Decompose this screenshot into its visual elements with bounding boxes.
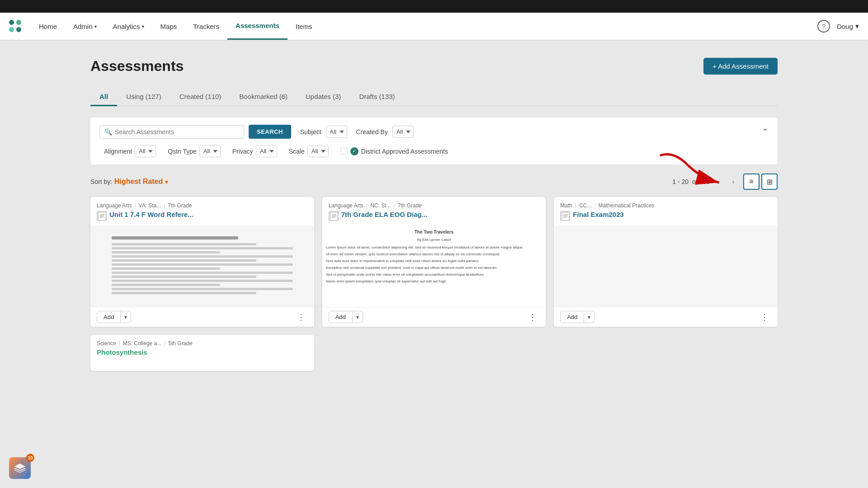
list-view-button[interactable]: ≡ <box>743 174 760 190</box>
subject-label: Subject <box>300 128 321 136</box>
tab-drafts[interactable]: Drafts (133) <box>350 88 404 106</box>
svg-rect-1 <box>99 212 106 221</box>
card-actions: Add ▾ ⋮ <box>90 307 314 327</box>
nav-trackers[interactable]: Trackers <box>185 13 227 40</box>
tab-updates[interactable]: Updates (3) <box>297 88 350 106</box>
card-tag: VA: Sta... <box>139 202 161 209</box>
qstn-type-select[interactable]: All <box>199 145 221 157</box>
cards-grid: Language Arts | VA: Sta... | 7th Grade <box>90 197 778 327</box>
assessment-card: Language Arts | NC: St... | 7th Grade <box>322 197 546 327</box>
pagination-range: 1 - 20 <box>672 178 689 185</box>
nav-maps[interactable]: Maps <box>152 13 185 40</box>
add-dropdown-button[interactable]: ▾ <box>121 312 131 323</box>
card-title[interactable]: 7th Grade ELA EOG Diag... <box>341 211 427 218</box>
user-chevron-icon: ▾ <box>855 22 859 30</box>
card-actions: Add ▾ ⋮ <box>554 307 778 327</box>
card-doc-icon <box>97 211 107 221</box>
view-toggle: ≡ ⊞ <box>743 174 778 190</box>
pagination-total: of 285 <box>692 178 710 185</box>
card-title[interactable]: Photosynthesis <box>97 348 308 356</box>
card-more-button[interactable]: ⋮ <box>294 312 308 322</box>
pagination: 1 - 20 of 285 ‹ › <box>672 176 739 187</box>
search-container: 🔍 <box>99 125 244 139</box>
alignment-select[interactable]: All <box>135 145 156 157</box>
tab-created[interactable]: Created (110) <box>170 88 231 106</box>
stack-badge: 10 <box>26 454 34 462</box>
card-tag: 7th Grade <box>168 202 192 209</box>
nav-home[interactable]: Home <box>31 13 65 40</box>
card-more-button[interactable]: ⋮ <box>526 312 539 322</box>
add-dropdown-button[interactable]: ▾ <box>353 312 363 323</box>
grid-view-icon: ⊞ <box>767 178 773 186</box>
search-button[interactable]: SEARCH <box>249 125 291 139</box>
next-page-button[interactable]: › <box>728 176 739 187</box>
subject-select[interactable]: All <box>326 126 347 138</box>
privacy-select[interactable]: All <box>256 145 277 157</box>
card-tag: Math <box>560 202 572 209</box>
card-tag: Science <box>97 340 116 347</box>
sort-pagination: Sort by: Highest Rated ▾ 1 - 20 of 285 ‹… <box>90 174 778 190</box>
top-bar <box>0 0 868 13</box>
collapse-filters-button[interactable]: ⌃ <box>762 127 769 137</box>
filter-bar: 🔍 SEARCH Subject All Created By All ⌃ Al… <box>90 117 778 164</box>
add-main-button[interactable]: Add <box>329 311 353 323</box>
tab-using[interactable]: Using (127) <box>117 88 170 106</box>
nav-items[interactable]: Items <box>288 13 321 40</box>
card-tag: CC... <box>579 202 591 209</box>
card-tags: Science | MS: College a... | 5th Grade <box>97 340 308 347</box>
created-by-label: Created By <box>356 128 388 136</box>
nav-analytics[interactable]: Analytics ▾ <box>105 13 152 40</box>
svg-marker-13 <box>14 464 25 469</box>
card-preview: The Two Travelers By Ella Lyman Cabot Lo… <box>322 225 546 307</box>
navbar: Home Admin ▾ Analytics ▾ Maps Trackers A… <box>0 13 868 40</box>
assessment-card: Science | MS: College a... | 5th Grade P… <box>90 335 314 371</box>
search-input[interactable] <box>115 128 239 136</box>
svg-rect-5 <box>330 212 338 221</box>
scale-select[interactable]: All <box>307 145 329 157</box>
card-preview <box>90 225 314 307</box>
tab-bookmarked[interactable]: Bookmarked (6) <box>230 88 297 106</box>
card-tag: NC: St... <box>370 202 391 209</box>
nav-assessments[interactable]: Assessments <box>227 13 288 40</box>
card-tag: MS: College a... <box>123 340 161 347</box>
main-content: Assessments + Add Assessment All Using (… <box>0 40 868 488</box>
card-tag: Language Arts <box>97 202 132 209</box>
add-main-button[interactable]: Add <box>97 311 121 323</box>
add-split-button: Add ▾ <box>329 311 363 323</box>
card-more-button[interactable]: ⋮ <box>758 312 771 322</box>
analytics-chevron-icon: ▾ <box>142 24 144 29</box>
nav-admin[interactable]: Admin ▾ <box>65 13 105 40</box>
add-dropdown-button[interactable]: ▾ <box>584 312 594 323</box>
district-approved-checkbox[interactable] <box>340 148 348 155</box>
card-preview <box>554 225 778 307</box>
help-button[interactable]: ? <box>817 20 830 33</box>
user-menu-button[interactable]: Doug ▾ <box>837 22 859 30</box>
created-by-select[interactable]: All <box>392 126 414 138</box>
list-view-icon: ≡ <box>749 178 753 186</box>
card-actions: Add ▾ ⋮ <box>322 307 546 327</box>
card-title[interactable]: Final Exam2023 <box>573 211 624 218</box>
qstn-type-filter: Qstn Type All <box>163 145 221 157</box>
sort-pagination-wrapper: Sort by: Highest Rated ▾ 1 - 20 of 285 ‹… <box>90 174 778 190</box>
tab-all[interactable]: All <box>90 88 117 106</box>
assessment-card: Math | CC... | Mathematical Practices <box>554 197 778 327</box>
add-split-button: Add ▾ <box>560 311 594 323</box>
add-assessment-button[interactable]: + Add Assessment <box>703 58 778 75</box>
scale-filter: Scale All <box>284 145 329 157</box>
svg-rect-9 <box>562 212 569 221</box>
card-header: Math | CC... | Mathematical Practices <box>554 197 778 225</box>
prev-page-button[interactable]: ‹ <box>713 176 724 187</box>
alignment-label: Alignment <box>104 148 132 155</box>
sort-by: Sort by: Highest Rated ▾ <box>90 178 168 186</box>
add-main-button[interactable]: Add <box>561 311 584 323</box>
card-doc-icon <box>560 211 570 221</box>
card-title[interactable]: Unit 1 7.4 F Word Refere... <box>109 211 193 218</box>
filter-row-2: Alignment All Qstn Type All Privacy All … <box>99 145 769 157</box>
grid-view-button[interactable]: ⊞ <box>761 174 778 190</box>
card-tags: Language Arts | VA: Sta... | 7th Grade <box>97 202 308 209</box>
card-header: Language Arts | NC: St... | 7th Grade <box>322 197 546 225</box>
stack-icon-container[interactable]: 10 <box>9 455 33 479</box>
nav-logo[interactable] <box>9 20 22 33</box>
sort-value-button[interactable]: Highest Rated ▾ <box>114 178 168 185</box>
card-tag: Language Arts <box>329 202 363 209</box>
